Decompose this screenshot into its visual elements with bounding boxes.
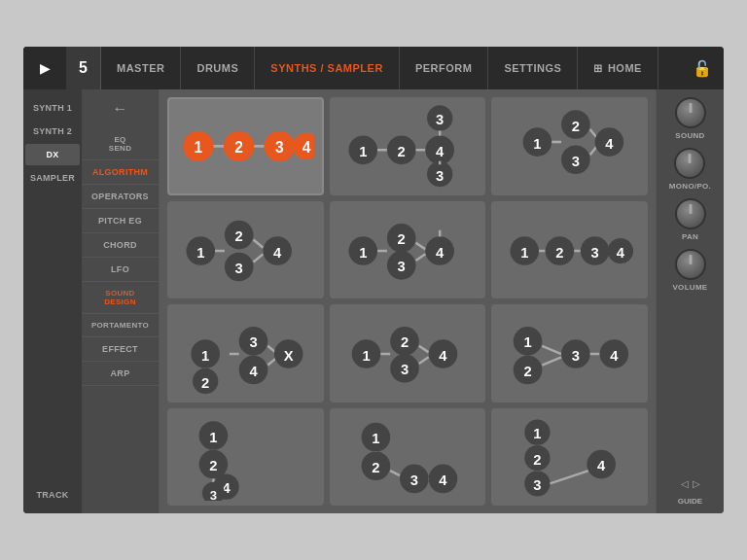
- volume-knob[interactable]: [675, 249, 706, 280]
- algo-cell-7[interactable]: 1 2 3 4 X: [167, 304, 324, 402]
- center-menu: ← EQ SEND ALGORITHM OPERATORS PITCH EG C…: [82, 89, 160, 513]
- menu-lfo[interactable]: LFO: [83, 258, 159, 282]
- nav-home[interactable]: ⊞ HOME: [578, 47, 658, 89]
- svg-text:4: 4: [597, 458, 606, 473]
- sidebar-synth2[interactable]: SYNTH 2: [25, 121, 80, 142]
- menu-sound-design[interactable]: SOUND DESIGN: [83, 282, 159, 314]
- svg-text:1: 1: [534, 136, 542, 152]
- play-button[interactable]: ▶: [23, 47, 66, 89]
- svg-text:2: 2: [397, 231, 405, 247]
- algo-cell-11[interactable]: 1 2 3 4: [330, 408, 486, 507]
- algo-cell-2[interactable]: 1 2 4 3 3: [330, 97, 486, 195]
- sidebar-dx[interactable]: DX: [25, 144, 80, 165]
- svg-text:4: 4: [436, 144, 445, 159]
- svg-text:2: 2: [524, 364, 532, 379]
- svg-text:2: 2: [209, 458, 217, 473]
- lock-button[interactable]: 🔓: [681, 47, 724, 89]
- svg-text:1: 1: [524, 334, 532, 350]
- algo-cell-9[interactable]: 1 2 3 4: [491, 304, 648, 402]
- svg-text:4: 4: [273, 244, 282, 260]
- algo-cell-1[interactable]: 1 2 3 4: [167, 97, 324, 195]
- algo-cell-4[interactable]: 1 2 4 3: [167, 201, 324, 299]
- main-content: SYNTH 1 SYNTH 2 DX SAMPLER TRACK ← EQ SE…: [23, 89, 724, 513]
- svg-text:1: 1: [194, 139, 202, 156]
- algo-cell-5[interactable]: 1 2 4 3: [330, 201, 486, 299]
- svg-text:1: 1: [534, 426, 542, 441]
- svg-text:X: X: [284, 348, 294, 364]
- svg-text:1: 1: [520, 244, 528, 260]
- svg-text:4: 4: [249, 364, 258, 379]
- guide-label: GUIDE: [678, 497, 702, 506]
- svg-text:2: 2: [401, 334, 409, 350]
- algo-cell-8[interactable]: 1 2 3 4: [330, 304, 486, 402]
- guide-next-icon: ▷: [693, 478, 700, 489]
- svg-text:4: 4: [439, 348, 447, 364]
- algo-cell-6[interactable]: 1 2 3 4: [491, 201, 648, 299]
- svg-line-33: [590, 147, 597, 155]
- svg-text:2: 2: [234, 139, 243, 156]
- nav-drums[interactable]: DRUMS: [181, 47, 255, 89]
- svg-line-135: [551, 471, 588, 483]
- menu-algorithm[interactable]: ALGORITHM: [83, 160, 159, 185]
- nav-synths-sampler[interactable]: SYNTHS / SAMPLER: [255, 47, 400, 89]
- nav-master[interactable]: MASTER: [101, 47, 181, 89]
- menu-arp[interactable]: ARP: [83, 362, 159, 386]
- svg-line-91: [418, 346, 428, 353]
- svg-text:4: 4: [606, 136, 615, 152]
- track-number[interactable]: 5: [66, 47, 101, 89]
- menu-eq-send[interactable]: EQ SEND: [83, 128, 159, 160]
- svg-line-121: [390, 471, 400, 475]
- menu-chord[interactable]: CHORD: [83, 233, 159, 258]
- mono-knob-container: MONO/PO.: [669, 148, 711, 191]
- sidebar-track[interactable]: TRACK: [25, 484, 80, 506]
- svg-text:3: 3: [436, 112, 444, 127]
- pan-knob[interactable]: [675, 198, 706, 229]
- algo-cell-3[interactable]: 1 2 3 4: [491, 97, 648, 195]
- menu-effect[interactable]: EFFECT: [83, 337, 159, 362]
- svg-text:4: 4: [302, 139, 310, 156]
- svg-line-41: [254, 239, 264, 247]
- svg-text:1: 1: [362, 348, 370, 364]
- algo-cell-10[interactable]: 1 2 4 3: [167, 408, 324, 507]
- svg-text:2: 2: [556, 244, 564, 260]
- svg-text:4: 4: [617, 244, 625, 260]
- sound-knob[interactable]: [675, 97, 706, 128]
- svg-text:3: 3: [275, 139, 284, 156]
- sound-knob-container: SOUND: [675, 97, 706, 140]
- nav-perform[interactable]: PERFORM: [400, 47, 489, 89]
- menu-operators[interactable]: OPERATORS: [83, 185, 159, 209]
- sidebar-sampler[interactable]: SAMPLER: [25, 167, 80, 189]
- svg-text:3: 3: [436, 168, 444, 184]
- svg-text:1: 1: [201, 348, 209, 364]
- svg-text:2: 2: [534, 451, 542, 467]
- nav-settings[interactable]: SETTINGS: [488, 47, 578, 89]
- right-panel: SOUND MONO/PO. PAN VOLUME ◁ ▷ GUIDE: [656, 89, 724, 513]
- svg-text:2: 2: [235, 228, 243, 244]
- app-container: ▶ 5 MASTER DRUMS SYNTHS / SAMPLER PERFOR…: [23, 47, 724, 513]
- svg-text:4: 4: [436, 244, 445, 260]
- pan-knob-container: PAN: [675, 198, 706, 241]
- svg-text:3: 3: [534, 476, 542, 492]
- svg-text:3: 3: [249, 334, 257, 350]
- mono-knob[interactable]: [674, 148, 705, 179]
- algo-cell-12[interactable]: 1 2 3 4: [491, 408, 648, 507]
- svg-text:2: 2: [572, 119, 580, 134]
- guide-button[interactable]: ◁ ▷: [681, 478, 700, 489]
- svg-text:1: 1: [359, 144, 367, 159]
- svg-text:2: 2: [397, 144, 405, 159]
- back-button[interactable]: ←: [87, 93, 155, 124]
- sound-knob-label: SOUND: [675, 131, 704, 140]
- sidebar-synth1[interactable]: SYNTH 1: [25, 97, 80, 119]
- menu-pitch-eg[interactable]: PITCH EG: [83, 209, 159, 233]
- svg-text:3: 3: [401, 362, 409, 377]
- svg-text:3: 3: [397, 259, 405, 274]
- svg-text:3: 3: [572, 154, 580, 169]
- svg-line-46: [254, 254, 264, 262]
- algorithm-grid: 1 2 3 4 1: [160, 89, 656, 513]
- svg-text:4: 4: [611, 348, 620, 364]
- svg-text:2: 2: [372, 459, 379, 474]
- menu-portamento[interactable]: PORTAMENTO: [83, 314, 159, 337]
- guide-prev-icon: ◁: [681, 478, 689, 489]
- left-sidebar: SYNTH 1 SYNTH 2 DX SAMPLER TRACK: [23, 89, 82, 513]
- volume-knob-label: VOLUME: [672, 283, 707, 292]
